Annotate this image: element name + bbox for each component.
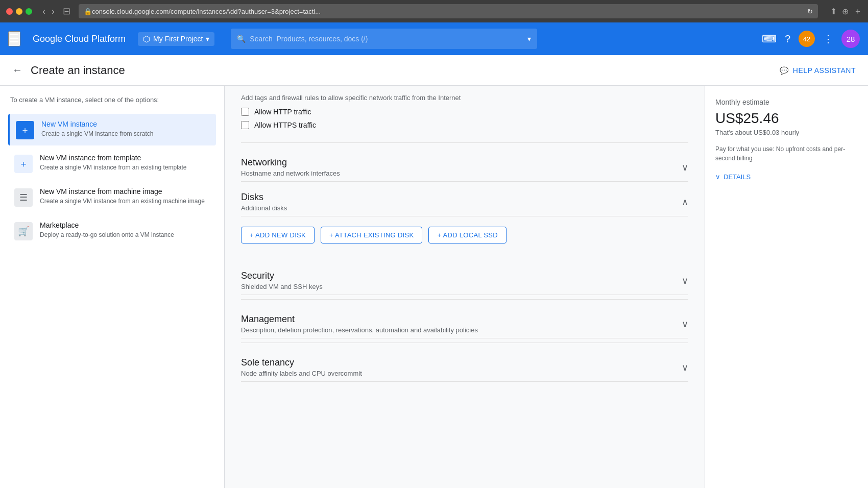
management-subtitle: Description, deletion protection, reserv… bbox=[241, 326, 478, 334]
more-options-button[interactable]: ⋮ bbox=[823, 33, 833, 45]
reload-icon[interactable]: ↻ bbox=[807, 8, 813, 15]
chat-icon: 💬 bbox=[780, 66, 789, 75]
project-icon: ⬡ bbox=[143, 34, 150, 44]
forward-browser-button[interactable]: › bbox=[50, 5, 57, 18]
minimize-window-button[interactable] bbox=[16, 8, 22, 15]
cost-amount: US$25.46 bbox=[715, 110, 858, 127]
search-input[interactable] bbox=[250, 35, 523, 43]
window-controls bbox=[6, 8, 32, 15]
details-label: DETAILS bbox=[724, 173, 751, 181]
bookmark-button[interactable]: ⊕ bbox=[842, 6, 849, 17]
new-vm-template-icon: ＋ bbox=[14, 155, 33, 173]
management-section-header[interactable]: Management Description, deletion protect… bbox=[241, 304, 688, 338]
project-name: My First Project bbox=[153, 35, 203, 43]
sidebar-intro-text: To create a VM instance, select one of t… bbox=[8, 96, 216, 104]
marketplace-icon: 🛒 bbox=[14, 222, 33, 240]
gcp-header: ☰ Google Cloud Platform ⬡ My First Proje… bbox=[0, 22, 868, 55]
allow-http-checkbox[interactable] bbox=[241, 108, 249, 116]
cost-hourly: That's about US$0.03 hourly bbox=[715, 129, 858, 136]
disks-section: Disks Additional disks ∧ + ADD NEW DISK … bbox=[225, 182, 705, 252]
search-icon: 🔍 bbox=[237, 35, 246, 43]
sole-tenancy-title: Sole tenancy bbox=[241, 357, 362, 368]
sidebar-item-new-vm-desc: Create a single VM instance from scratch bbox=[41, 130, 210, 138]
divider-3 bbox=[241, 299, 688, 300]
allow-http-label: Allow HTTP traffic bbox=[254, 108, 311, 116]
back-browser-button[interactable]: ‹ bbox=[40, 5, 47, 18]
maximize-window-button[interactable] bbox=[26, 8, 32, 15]
allow-http-checkbox-row[interactable]: Allow HTTP traffic bbox=[241, 108, 688, 116]
sole-tenancy-subtitle: Node affinity labels and CPU overcommit bbox=[241, 370, 362, 377]
allow-https-label: Allow HTTPS traffic bbox=[254, 121, 316, 129]
notification-badge[interactable]: 42 bbox=[799, 31, 815, 47]
sidebar-item-template-desc: Create a single VM instance from an exis… bbox=[40, 163, 210, 172]
content-area: Add tags and firewall rules to allow spe… bbox=[225, 86, 705, 488]
address-bar[interactable]: 🔒 console.cloud.google.com/compute/insta… bbox=[79, 4, 818, 18]
networking-section: Networking Hostname and network interfac… bbox=[225, 147, 705, 182]
management-section: Management Description, deletion protect… bbox=[225, 304, 705, 338]
sidebar-item-new-vm-title: New VM instance bbox=[41, 120, 210, 128]
sub-header: ← Create an instance 💬 HELP ASSISTANT bbox=[0, 55, 868, 86]
help-assistant-button[interactable]: 💬 HELP ASSISTANT bbox=[780, 66, 856, 75]
page-title: Create an instance bbox=[31, 64, 125, 77]
gcp-logo-text: Google Cloud Platform bbox=[33, 34, 126, 44]
cloud-shell-button[interactable]: ⌨ bbox=[762, 33, 777, 45]
divider-1 bbox=[241, 142, 688, 143]
cost-label: Monthly estimate bbox=[715, 98, 858, 106]
content-inner: Add tags and firewall rules to allow spe… bbox=[225, 86, 705, 382]
sidebar-item-template-title: New VM instance from template bbox=[40, 154, 210, 162]
cost-panel: Monthly estimate US$25.46 That's about U… bbox=[705, 86, 868, 488]
networking-subtitle: Hostname and network interfaces bbox=[241, 169, 340, 177]
browser-navigation: ‹ › bbox=[40, 5, 57, 18]
browser-action-buttons: ⬆ ⊕ ＋ bbox=[830, 6, 862, 17]
sole-tenancy-chevron-down-icon: ∨ bbox=[682, 362, 688, 373]
allow-https-checkbox[interactable] bbox=[241, 121, 249, 129]
url-text: console.cloud.google.com/compute/instanc… bbox=[92, 8, 321, 15]
networking-title: Networking bbox=[241, 157, 340, 168]
back-button[interactable]: ← bbox=[12, 64, 22, 76]
security-title: Security bbox=[241, 271, 323, 281]
management-chevron-down-icon: ∨ bbox=[682, 319, 688, 330]
project-selector[interactable]: ⬡ My First Project ▾ bbox=[138, 32, 214, 46]
chevron-down-icon: ▾ bbox=[527, 35, 531, 43]
sidebar-item-image-desc: Create a single VM instance from an exis… bbox=[40, 197, 210, 206]
divider-4 bbox=[241, 343, 688, 343]
sidebar-item-marketplace-desc: Deploy a ready-to-go solution onto a VM … bbox=[40, 231, 210, 239]
sidebar-item-new-vm-image[interactable]: ☰ New VM instance from machine image Cre… bbox=[8, 181, 216, 213]
avatar[interactable]: 28 bbox=[841, 30, 860, 48]
sidebar-item-marketplace[interactable]: 🛒 Marketplace Deploy a ready-to-go solut… bbox=[8, 215, 216, 247]
sole-tenancy-section-header[interactable]: Sole tenancy Node affinity labels and CP… bbox=[241, 347, 688, 382]
networking-section-header[interactable]: Networking Hostname and network interfac… bbox=[241, 147, 688, 182]
sidebar-toggle-button[interactable]: ⊟ bbox=[63, 6, 70, 17]
disks-chevron-up-icon: ∧ bbox=[682, 197, 688, 208]
help-button[interactable]: ? bbox=[785, 33, 790, 45]
share-button[interactable]: ⬆ bbox=[830, 6, 837, 17]
sidebar-item-new-vm-template[interactable]: ＋ New VM instance from template Create a… bbox=[8, 148, 216, 179]
hamburger-menu-button[interactable]: ☰ bbox=[8, 31, 20, 46]
new-vm-icon: ＋ bbox=[16, 121, 34, 139]
add-local-ssd-button[interactable]: + ADD LOCAL SSD bbox=[428, 227, 507, 243]
sidebar-item-image-title: New VM instance from machine image bbox=[40, 187, 210, 196]
new-vm-image-icon: ☰ bbox=[14, 188, 33, 207]
add-new-disk-button[interactable]: + ADD NEW DISK bbox=[241, 227, 315, 243]
disk-buttons-row: + ADD NEW DISK + ATTACH EXISTING DISK + … bbox=[241, 216, 688, 252]
disks-section-header[interactable]: Disks Additional disks ∧ bbox=[241, 182, 688, 216]
sidebar-item-marketplace-title: Marketplace bbox=[40, 221, 210, 229]
help-assistant-label: HELP ASSISTANT bbox=[793, 66, 856, 75]
chevron-down-icon: ▾ bbox=[206, 35, 209, 43]
security-subtitle: Shielded VM and SSH keys bbox=[241, 283, 323, 290]
sole-tenancy-section: Sole tenancy Node affinity labels and CP… bbox=[225, 347, 705, 382]
sidebar-item-new-vm[interactable]: ＋ New VM instance Create a single VM ins… bbox=[8, 114, 216, 145]
networking-chevron-down-icon: ∨ bbox=[682, 162, 688, 173]
left-sidebar: To create a VM instance, select one of t… bbox=[0, 86, 225, 488]
allow-https-checkbox-row[interactable]: Allow HTTPS traffic bbox=[241, 121, 688, 129]
security-section: Security Shielded VM and SSH keys ∨ bbox=[225, 260, 705, 295]
security-chevron-down-icon: ∨ bbox=[682, 275, 688, 286]
attach-existing-disk-button[interactable]: + ATTACH EXISTING DISK bbox=[321, 227, 422, 243]
add-tab-button[interactable]: ＋ bbox=[854, 6, 862, 17]
close-window-button[interactable] bbox=[6, 8, 13, 15]
security-section-header[interactable]: Security Shielded VM and SSH keys ∨ bbox=[241, 260, 688, 295]
search-bar[interactable]: 🔍 ▾ bbox=[231, 29, 537, 49]
details-link[interactable]: ∨ DETAILS bbox=[715, 173, 858, 181]
cost-note: Pay for what you use: No upfront costs a… bbox=[715, 144, 858, 163]
disks-title: Disks bbox=[241, 192, 287, 203]
